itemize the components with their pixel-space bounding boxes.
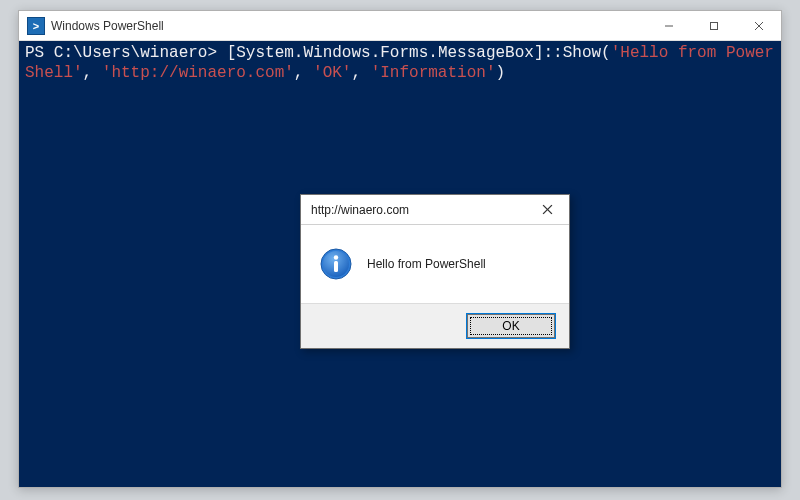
svg-rect-9 [334, 261, 338, 272]
maximize-button[interactable] [691, 11, 736, 40]
messagebox-dialog: http://winaero.com Hello from PowerShell [300, 194, 570, 349]
ok-button-label: OK [502, 319, 519, 333]
close-button[interactable] [736, 11, 781, 40]
dialog-title: http://winaero.com [311, 203, 529, 217]
powershell-icon: > [27, 17, 45, 35]
minimize-button[interactable] [646, 11, 691, 40]
prompt-text: PS C:\Users\winaero> [25, 44, 227, 62]
arg-title: 'http://winaero.com' [102, 64, 294, 82]
powershell-icon-glyph: > [33, 20, 39, 32]
dialog-titlebar[interactable]: http://winaero.com [301, 195, 569, 225]
svg-rect-1 [710, 22, 717, 29]
arg-icon: 'Information' [371, 64, 496, 82]
window-title: Windows PowerShell [51, 19, 646, 33]
ok-button[interactable]: OK [467, 314, 555, 338]
window-controls [646, 11, 781, 40]
dialog-message: Hello from PowerShell [367, 257, 486, 271]
information-icon [319, 247, 353, 281]
svg-point-8 [334, 255, 338, 259]
dialog-close-button[interactable] [529, 197, 565, 223]
dialog-body: Hello from PowerShell [301, 225, 569, 303]
arg-buttons: 'OK' [313, 64, 351, 82]
command-text: [System.Windows.Forms.MessageBox]::Show( [227, 44, 611, 62]
titlebar[interactable]: > Windows PowerShell [19, 11, 781, 41]
dialog-footer: OK [301, 303, 569, 348]
